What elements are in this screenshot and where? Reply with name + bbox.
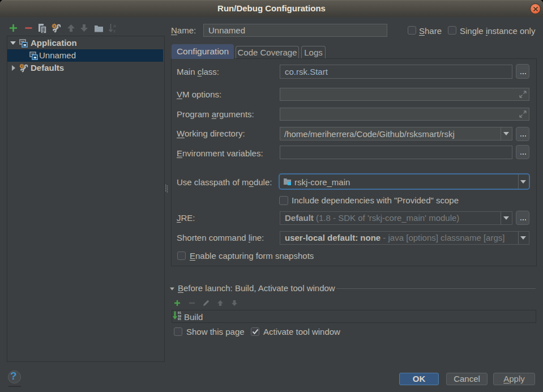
svg-text:01: 01 xyxy=(178,317,181,320)
svg-text:a: a xyxy=(113,23,116,28)
svg-text:z: z xyxy=(113,28,116,33)
